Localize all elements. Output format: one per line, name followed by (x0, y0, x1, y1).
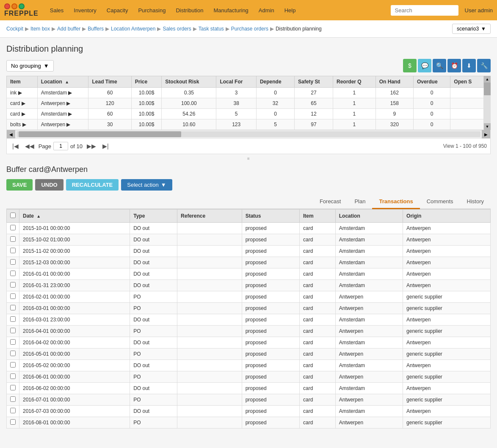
save-button[interactable]: SAVE (6, 179, 33, 191)
row-checkbox-14[interactable] (10, 385, 16, 390)
transaction-row[interactable]: 2015-10-01 00:00:00 DO out proposed card… (7, 223, 491, 234)
row-checkbox-12[interactable] (10, 362, 16, 368)
transaction-row[interactable]: 2016-04-01 00:00:00 PO proposed card Ant… (7, 326, 491, 337)
scenario-dropdown[interactable]: scenario3 ▼ (452, 24, 491, 34)
col-date[interactable]: Date ▲ (19, 210, 130, 223)
row-checkbox-16[interactable] (10, 408, 16, 413)
nav-manufacturing[interactable]: Manufacturing (208, 0, 253, 20)
row-checkbox-5[interactable] (10, 282, 16, 288)
transaction-row[interactable]: 2015-11-02 00:00:00 DO out proposed card… (7, 246, 491, 257)
row-checkbox-4[interactable] (10, 271, 16, 276)
scroll-down-button[interactable]: ▼ (484, 123, 491, 130)
nav-sales[interactable]: Sales (45, 0, 69, 20)
cell-checkbox[interactable] (7, 291, 19, 303)
transaction-row[interactable]: 2016-07-03 00:00:00 DO out proposed card… (7, 406, 491, 417)
search-input[interactable] (391, 5, 458, 16)
distribution-table-row[interactable]: ink ▶ Amsterdam ▶ 60 10.00$ 0.35 3 0 27 … (7, 88, 484, 98)
row-checkbox-7[interactable] (10, 305, 16, 310)
transaction-row[interactable]: 2016-01-01 00:00:00 DO out proposed card… (7, 268, 491, 280)
nav-help[interactable]: Help (279, 0, 301, 20)
row-checkbox-13[interactable] (10, 373, 16, 379)
transaction-row[interactable]: 2016-01-31 23:00:00 DO out proposed card… (7, 280, 491, 291)
select-action-button[interactable]: Select action ▼ (121, 179, 172, 191)
recalculate-button[interactable]: RECALCULATE (66, 179, 119, 191)
cell-checkbox[interactable] (7, 246, 19, 257)
tab-history[interactable]: History (460, 195, 491, 209)
row-checkbox-17[interactable] (10, 419, 16, 425)
nav-purchasing[interactable]: Purchasing (133, 0, 171, 20)
download-icon-button[interactable]: ⬇ (462, 59, 476, 72)
cell-checkbox[interactable] (7, 268, 19, 280)
drag-handle[interactable]: ≡ (6, 156, 491, 161)
cell-checkbox[interactable] (7, 337, 19, 348)
logo[interactable]: FREPPLE (4, 3, 39, 17)
nav-admin[interactable]: Admin (254, 0, 279, 20)
row-checkbox-9[interactable] (10, 328, 16, 333)
cell-checkbox[interactable] (7, 394, 19, 406)
transaction-row[interactable]: 2016-06-02 00:00:00 DO out proposed card… (7, 383, 491, 394)
next-page-button[interactable]: ▶▶ (85, 142, 98, 150)
tab-forecast[interactable]: Forecast (313, 195, 348, 209)
transaction-row[interactable]: 2016-03-01 00:00:00 PO proposed card Ant… (7, 303, 491, 314)
row-checkbox-10[interactable] (10, 339, 16, 345)
cell-checkbox[interactable] (7, 257, 19, 268)
distribution-table-row[interactable]: card ▶ Antwerpen ▶ 120 10.00$ 100.00 38 … (7, 98, 484, 109)
row-checkbox-1[interactable] (10, 236, 16, 242)
transaction-row[interactable]: 2016-08-01 00:00:00 PO proposed card Ant… (7, 417, 491, 429)
vertical-scrollbar[interactable]: ▲ ▼ (484, 76, 491, 130)
cell-checkbox[interactable] (7, 383, 19, 394)
transaction-row[interactable]: 2016-03-01 23:00:00 DO out proposed card… (7, 314, 491, 326)
prev-page-button[interactable]: ◀◀ (23, 142, 36, 150)
cell-checkbox[interactable] (7, 223, 19, 234)
cell-checkbox[interactable] (7, 371, 19, 383)
transaction-row[interactable]: 2015-12-03 00:00:00 DO out proposed card… (7, 257, 491, 268)
wrench-icon-button[interactable]: 🔧 (477, 59, 491, 72)
row-checkbox-15[interactable] (10, 396, 16, 402)
undo-button[interactable]: UNDO (35, 179, 63, 191)
breadcrumb-task-status[interactable]: Task status (199, 26, 224, 32)
breadcrumb-sales-orders[interactable]: Sales orders (163, 26, 191, 32)
nav-inventory[interactable]: Inventory (69, 0, 101, 20)
row-checkbox-0[interactable] (10, 225, 16, 230)
transaction-row[interactable]: 2016-04-02 00:00:00 DO out proposed card… (7, 337, 491, 348)
row-checkbox-11[interactable] (10, 351, 16, 356)
cell-checkbox[interactable] (7, 280, 19, 291)
clock-icon-button[interactable]: ⏰ (447, 59, 461, 72)
cell-checkbox[interactable] (7, 234, 19, 246)
chat-icon-button[interactable]: 💬 (418, 59, 431, 72)
breadcrumb-purchase-orders[interactable]: Purchase orders (231, 26, 268, 32)
distribution-table-row[interactable]: card ▶ Amsterdam ▶ 60 10.00$ 54.26 5 0 1… (7, 109, 484, 119)
nav-capacity[interactable]: Capacity (102, 0, 133, 20)
transaction-row[interactable]: 2016-07-01 00:00:00 PO proposed card Ant… (7, 394, 491, 406)
cell-checkbox[interactable] (7, 303, 19, 314)
breadcrumb-item-box[interactable]: Item box (30, 26, 50, 32)
tab-plan[interactable]: Plan (348, 195, 372, 209)
row-checkbox-2[interactable] (10, 248, 16, 253)
breadcrumb-add-buffer[interactable]: Add buffer (57, 26, 80, 32)
nav-distribution[interactable]: Distribution (171, 0, 208, 20)
cell-checkbox[interactable] (7, 326, 19, 337)
row-checkbox-6[interactable] (10, 293, 16, 299)
transaction-row[interactable]: 2016-02-01 00:00:00 PO proposed card Ant… (7, 291, 491, 303)
row-checkbox-8[interactable] (10, 316, 16, 322)
row-checkbox-3[interactable] (10, 259, 16, 265)
tab-comments[interactable]: Comments (420, 195, 460, 209)
scroll-left-button[interactable]: ◀ (7, 130, 15, 138)
scroll-right-button[interactable]: ▶ (482, 130, 490, 138)
cell-checkbox[interactable] (7, 314, 19, 326)
cell-checkbox[interactable] (7, 417, 19, 429)
col-location[interactable]: Location ▲ (37, 76, 88, 88)
distribution-table-row[interactable]: bolts ▶ Antwerpen ▶ 30 10.00$ 10.60 123 … (7, 119, 484, 130)
dollar-icon-button[interactable]: $ (403, 59, 417, 72)
scroll-up-button[interactable]: ▲ (484, 76, 491, 83)
breadcrumb-cockpit[interactable]: Cockpit (6, 26, 23, 32)
transaction-row[interactable]: 2016-05-02 00:00:00 DO out proposed card… (7, 360, 491, 371)
page-number-input[interactable] (53, 142, 68, 150)
tab-transactions[interactable]: Transactions (372, 195, 420, 209)
cell-checkbox[interactable] (7, 360, 19, 371)
first-page-button[interactable]: |◀ (10, 142, 21, 150)
transaction-row[interactable]: 2016-05-01 00:00:00 PO proposed card Ant… (7, 348, 491, 360)
breadcrumb-buffers[interactable]: Buffers (88, 26, 104, 32)
grouping-dropdown[interactable]: No grouping ▼ (6, 60, 54, 72)
search-icon-button[interactable]: 🔍 (433, 59, 446, 72)
